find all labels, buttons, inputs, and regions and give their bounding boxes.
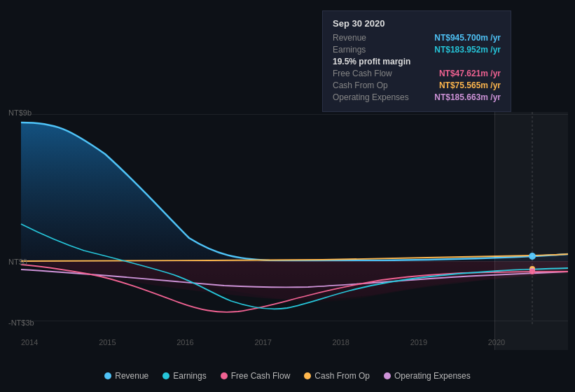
y-label-top: NT$9b — [8, 108, 32, 117]
x-label-2015: 2015 — [99, 338, 116, 346]
x-label-2016: 2016 — [176, 338, 193, 346]
legend-label-earnings: Earnings — [173, 371, 206, 381]
tooltip-value-earnings: NT$183.952m /yr — [434, 45, 501, 55]
grid-line-bot — [21, 321, 568, 321]
tooltip-value-revenue: NT$945.700m /yr — [434, 33, 501, 43]
tooltip-label-cashfromop: Cash From Op — [333, 80, 388, 90]
revenue-area — [21, 122, 568, 261]
legend-item-opex[interactable]: Operating Expenses — [384, 371, 471, 381]
x-label-2014: 2014 — [21, 338, 38, 346]
tooltip-row-opex: Operating Expenses NT$185.663m /yr — [333, 92, 501, 102]
legend-dot-revenue — [104, 372, 111, 379]
x-label-2019: 2019 — [410, 338, 427, 346]
tooltip-value-cashfromop: NT$75.565m /yr — [439, 80, 501, 90]
legend-item-earnings[interactable]: Earnings — [162, 371, 206, 381]
legend-item-fcf[interactable]: Free Cash Flow — [221, 371, 291, 381]
y-label-mid: NT$0 — [8, 258, 27, 266]
tooltip-date: Sep 30 2020 — [333, 18, 501, 29]
grid-line-top — [21, 114, 568, 115]
tooltip-row-fcf: Free Cash Flow NT$47.621m /yr — [333, 69, 501, 78]
tooltip-label-earnings: Earnings — [333, 45, 366, 55]
legend-dot-opex — [384, 372, 391, 379]
x-label-2020: 2020 — [488, 338, 505, 346]
highlight-region — [494, 112, 568, 350]
legend-label-fcf: Free Cash Flow — [231, 371, 291, 381]
tooltip-label-opex: Operating Expenses — [333, 92, 409, 102]
legend-label-revenue: Revenue — [115, 371, 148, 381]
negative-area-2 — [21, 261, 568, 300]
legend-label-opex: Operating Expenses — [394, 371, 471, 381]
tooltip-label-revenue: Revenue — [333, 33, 366, 43]
tooltip-label-fcf: Free Cash Flow — [333, 69, 392, 78]
legend-item-cashfromop[interactable]: Cash From Op — [304, 371, 370, 381]
x-label-2017: 2017 — [254, 338, 271, 346]
legend-item-revenue[interactable]: Revenue — [104, 371, 148, 381]
legend-dot-earnings — [162, 372, 169, 379]
tooltip-row-earnings: Earnings NT$183.952m /yr — [333, 45, 501, 55]
chart-legend: Revenue Earnings Free Cash Flow Cash Fro… — [0, 371, 575, 381]
y-label-bot: -NT$3b — [8, 318, 34, 327]
tooltip-profit-margin: 19.5% profit margin — [333, 57, 501, 66]
data-tooltip: Sep 30 2020 Revenue NT$945.700m /yr Earn… — [322, 10, 511, 112]
tooltip-row-cashfromop: Cash From Op NT$75.565m /yr — [333, 80, 501, 90]
x-label-2018: 2018 — [333, 338, 349, 346]
legend-dot-fcf — [221, 372, 228, 379]
legend-dot-cashfromop — [304, 372, 311, 379]
grid-line-mid — [21, 261, 568, 262]
chart-container: NT$9b NT$0 -NT$3b 2014 2015 2016 2017 20… — [0, 0, 575, 392]
legend-label-cashfromop: Cash From Op — [314, 371, 370, 381]
tooltip-row-revenue: Revenue NT$945.700m /yr — [333, 33, 501, 43]
tooltip-value-opex: NT$185.663m /yr — [434, 92, 501, 102]
x-axis-labels: 2014 2015 2016 2017 2018 2019 2020 . — [21, 338, 568, 346]
tooltip-value-fcf: NT$47.621m /yr — [439, 69, 501, 78]
